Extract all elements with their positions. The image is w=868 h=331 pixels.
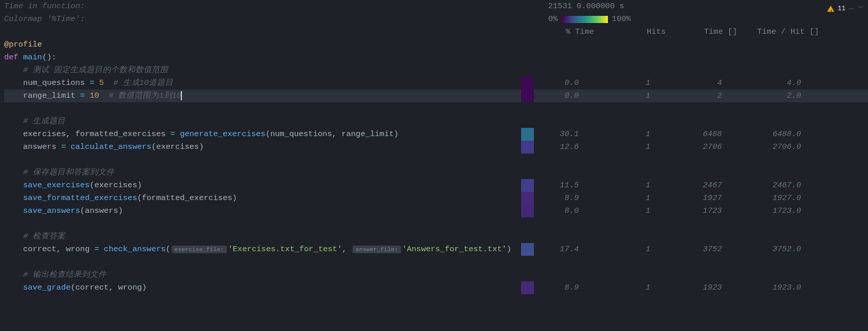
stat-time: 4 [650,77,722,90]
heat-swatch [521,128,534,141]
col-pct-time: % Time [535,26,594,38]
stat-pct: 11.5 [535,179,579,192]
stat-tph: 1927.0 [722,192,801,205]
stat-pct: 8.9 [535,281,579,294]
stat-time: 6488 [650,128,722,141]
stat-tph: 2.0 [722,90,801,102]
code-row[interactable]: answers = calculate_answers(exercises) 1… [4,141,868,153]
code-row[interactable]: # 生成题目 [4,115,868,128]
stat-hits: 1 [579,205,650,217]
stat-tph: 1923.0 [722,281,801,294]
stat-time: 2467 [650,179,722,192]
stat-hits: 1 [579,243,650,256]
code-row-current[interactable]: range_limit = 10 # 数值范围为1到10 0.0 1 2 2.0 [4,90,868,102]
heat-swatch [521,281,534,294]
code-row[interactable]: @profile [4,38,868,51]
stat-pct: 17.4 [535,243,579,256]
time-in-function-label: Time in function: [4,0,548,13]
stat-pct: 8.9 [535,192,579,205]
stat-tph: 3752.0 [722,243,801,256]
text-cursor [181,91,182,100]
stat-tph: 1723.0 [722,205,801,217]
stat-pct: 0.0 [535,90,579,102]
param-hint: exercise_file: [172,246,227,253]
stat-time: 1927 [650,192,722,205]
profiler-header: Time in function: 21531 0.000000 s Color… [0,0,868,38]
stat-time: 1723 [650,205,722,217]
heat-swatch [521,77,534,90]
code-row[interactable]: exercises, formatted_exercises = generat… [4,128,868,141]
heat-swatch [521,192,534,205]
code-editor[interactable]: @profile def main(): # 测试 固定生成题目的个数和数值范围… [0,38,868,294]
code-row[interactable]: def main(): [4,51,868,64]
code-row[interactable]: save_answers(answers) 8.0 1 1723 1723.0 [4,205,868,217]
stat-tph: 6488.0 [722,128,801,141]
stat-pct: 0.0 [535,77,579,90]
stat-pct: 30.1 [535,128,579,141]
code-row[interactable]: # 测试 固定生成题目的个数和数值范围 [4,64,868,77]
column-headers: % Time Hits Time [] Time / Hit [] [0,26,868,38]
code-row[interactable]: correct, wrong = check_answers(exercise_… [4,243,868,256]
code-row[interactable]: save_exercises(exercises) 11.5 1 2467 24… [4,179,868,192]
code-row[interactable]: # 保存题目和答案到文件 [4,166,868,179]
col-hits: Hits [594,26,666,38]
stat-time: 2706 [650,141,722,153]
stat-tph: 4.0 [722,77,801,90]
code-row[interactable]: # 检查答案 [4,230,868,243]
stat-time: 2 [650,90,722,102]
stat-hits: 1 [579,192,650,205]
time-in-function-value: 21531 0.000000 s [548,0,624,13]
stat-tph: 2467.0 [722,179,801,192]
stat-hits: 1 [579,141,650,153]
code-row-blank[interactable] [4,256,868,269]
heat-swatch [521,141,534,153]
stat-hits: 1 [579,128,650,141]
stat-hits: 1 [579,281,650,294]
stat-hits: 1 [579,90,650,102]
heat-swatch [521,179,534,192]
heat-swatch [521,90,534,102]
code-row-blank[interactable] [4,153,868,166]
stat-tph: 2706.0 [722,141,801,153]
colormap-high: 100% [612,13,631,26]
colormap-gradient [562,16,608,23]
code-row[interactable]: save_formatted_exercises(formatted_exerc… [4,192,868,205]
code-row[interactable]: save_grade(correct, wrong) 8.9 1 1923 19… [4,281,868,294]
col-time-per-hit: Time / Hit [] [737,26,819,38]
code-row-blank[interactable] [4,217,868,230]
stat-hits: 1 [579,179,650,192]
colormap-label: Colormap '%Time': [4,13,548,26]
heat-swatch [521,205,534,217]
heat-swatch [521,243,534,256]
code-row-blank[interactable] [4,102,868,115]
param-hint: answer_file: [353,246,401,253]
stat-pct: 8.0 [535,205,579,217]
code-row[interactable]: num_questions = 5 # 生成10道题目 0.0 1 4 4.0 [4,77,868,90]
col-time: Time [] [666,26,737,38]
stat-time: 1923 [650,281,722,294]
stat-pct: 12.6 [535,141,579,153]
code-row[interactable]: # 输出检查结果到文件 [4,269,868,281]
stat-time: 3752 [650,243,722,256]
stat-hits: 1 [579,77,650,90]
colormap-low: 0% [548,13,558,26]
